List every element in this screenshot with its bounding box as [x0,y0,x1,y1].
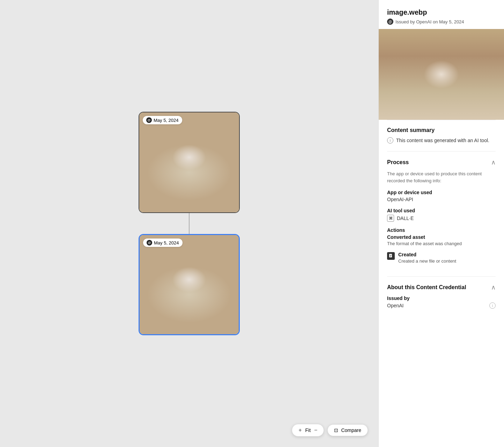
svg-point-47 [403,89,480,105]
svg-rect-22 [140,235,239,334]
svg-point-37 [194,291,196,294]
svg-point-21 [221,148,229,157]
svg-point-63 [473,62,487,76]
content-summary-section: Content summary i This content was gener… [379,120,504,151]
compare-icon: ⊡ [334,427,338,433]
right-header: image.webp @ Issued by OpenAI on May 5, … [379,0,504,29]
svg-point-7 [169,194,211,202]
svg-rect-49 [454,104,459,117]
process-title: Process [387,159,409,166]
issued-by-row: @ Issued by OpenAI on May 5, 2024 [387,19,496,25]
fit-label[interactable]: Fit [305,427,311,433]
action-item-converted: Converted asset The format of the asset … [387,234,496,247]
svg-point-16 [188,174,192,176]
top-date-text: May 5, 2024 [154,118,179,123]
svg-point-15 [194,168,196,171]
svg-point-40 [149,267,159,277]
process-section-header: Process ∧ [387,159,496,166]
top-cat-svg [139,112,239,212]
svg-point-62 [403,54,413,65]
process-subtitle: The app or device used to produce this c… [387,170,496,184]
bottom-cat-image [140,235,239,334]
app-value: OpenAI-API [387,197,496,202]
issued-by-value-text: OpenAI [387,303,403,308]
svg-rect-67 [390,256,391,256]
bottom-toolbar: + Fit − ⊡ Compare [292,424,368,437]
svg-point-31 [175,278,206,305]
svg-rect-45 [379,29,504,85]
svg-rect-28 [202,319,206,333]
svg-rect-25 [150,301,230,319]
top-cat-image [139,112,239,212]
about-chevron-icon[interactable]: ∧ [491,284,496,291]
content-summary-title: Content summary [387,127,496,133]
svg-rect-66 [390,255,392,255]
created-icon [387,252,395,260]
svg-point-60 [394,60,409,75]
compare-label: Compare [341,427,361,433]
svg-rect-46 [389,88,494,108]
svg-point-57 [435,79,438,82]
svg-point-9 [174,154,206,182]
svg-point-8 [171,168,209,203]
canvas-area: @ May 5, 2024 [0,0,378,447]
svg-point-36 [185,291,187,294]
svg-point-20 [214,152,225,163]
file-title: image.webp [387,8,496,16]
action-item-created: Created Created a new file or content [387,252,496,264]
cr-icon-top: @ [146,117,152,123]
svg-marker-33 [199,281,206,287]
content-summary-text: This content was generated with an AI to… [396,137,489,144]
svg-point-13 [192,167,197,173]
action-converted-title: Converted asset [387,234,496,240]
svg-point-18 [149,144,159,154]
about-section: About this Content Credential ∧ Issued b… [379,277,504,316]
issued-by-text: Issued by OpenAI on May 5, 2024 [395,19,464,24]
top-image-card[interactable]: @ May 5, 2024 [139,112,240,213]
svg-point-59 [440,85,443,87]
svg-point-39 [153,271,165,283]
circle-info-icon[interactable]: i [489,302,496,309]
svg-rect-5 [174,196,178,210]
action-created-title: Created [398,252,456,257]
svg-marker-10 [173,158,180,164]
action-created-desc: Created a new file or content [398,258,456,264]
svg-point-56 [443,78,450,85]
svg-point-2 [148,182,232,203]
ai-tool-label: AI tool used [387,208,496,213]
cr-badge-header: @ [387,19,393,25]
dalle-icon: ⌘ [387,215,394,222]
compare-button[interactable]: ⊡ Compare [327,424,368,436]
process-chevron-icon[interactable]: ∧ [491,159,496,166]
svg-point-29 [169,316,211,325]
right-panel: image.webp @ Issued by OpenAI on May 5, … [378,0,504,447]
svg-point-61 [390,55,401,67]
svg-marker-54 [451,68,459,75]
image-tree: @ May 5, 2024 [139,112,240,335]
svg-point-42 [214,275,225,286]
zoom-in-button[interactable]: + [298,427,302,433]
svg-point-14 [185,168,187,171]
svg-point-26 [159,301,222,315]
svg-point-12 [183,167,188,173]
preview-image [379,29,504,120]
svg-point-34 [183,290,188,296]
actions-list: Converted asset The format of the asset … [387,234,496,264]
svg-rect-68 [390,256,391,257]
svg-point-35 [192,290,198,296]
svg-point-30 [172,293,208,327]
preview-svg [379,29,504,120]
cr-icon-bottom: @ [147,240,152,246]
content-summary-row: i This content was generated with an AI … [387,137,496,144]
zoom-controls[interactable]: + Fit − [292,424,324,437]
app-label: App or device used [387,190,496,195]
bottom-image-card[interactable]: @ May 5, 2024 [139,234,240,335]
about-title: About this Content Credential [387,284,466,291]
svg-rect-3 [150,179,230,196]
zoom-out-button[interactable]: − [313,427,318,433]
svg-point-64 [481,58,491,68]
svg-rect-27 [175,319,178,333]
process-section: Process ∧ The app or device used to prod… [379,152,504,276]
svg-rect-6 [202,196,206,210]
svg-point-4 [158,179,221,193]
